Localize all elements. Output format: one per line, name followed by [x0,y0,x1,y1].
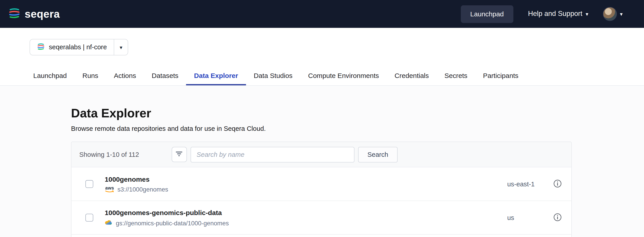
tab-participants[interactable]: Participants [475,67,526,85]
table-row[interactable]: 1000genomes aws s3://1000genomes u [72,167,571,201]
info-icon [553,179,562,189]
help-and-support-label: Help and Support [528,10,582,18]
workspace-name: seqeralabs | nf-core [49,43,107,51]
row-checkbox[interactable] [86,180,93,188]
brand-name: seqera [25,7,60,20]
filter-button[interactable] [172,147,187,162]
chevron-down-icon: ▾ [120,44,122,50]
tab-actions[interactable]: Actions [106,67,144,85]
page-subtitle: Browse remote data repositories and data… [71,125,644,133]
avatar[interactable] [603,7,617,21]
bucket-name[interactable]: 1000genomes-genomics-public-data [105,209,229,217]
seqera-logo-icon [8,7,21,21]
workspace-selector[interactable]: seqeralabs | nf-core ▾ [30,39,128,55]
table-row[interactable] [72,235,571,237]
tab-secrets[interactable]: Secrets [436,67,475,85]
gcp-icon [105,219,113,227]
launchpad-button[interactable]: Launchpad [461,5,513,23]
region-label: us-east-1 [507,180,553,188]
bucket-name[interactable]: 1000genomes [105,175,168,183]
tab-data-explorer[interactable]: Data Explorer [186,67,246,85]
info-button[interactable] [553,213,562,223]
filter-icon [175,150,183,159]
info-icon [553,213,562,223]
table-row[interactable]: 1000genomes-genomics-public-data [72,201,571,235]
bucket-uri: gs://genomics-public-data/1000-genomes [116,219,229,226]
results-count: Showing 1-10 of 112 [79,151,139,158]
data-explorer-panel: Showing 1-10 of 112 Search [71,142,572,237]
main-content: Data Explorer Browse remote data reposit… [0,86,644,237]
bucket-uri: s3://1000genomes [118,186,168,193]
tab-data-studios[interactable]: Data Studios [246,67,300,85]
chevron-down-icon: ▾ [586,11,588,16]
tab-datasets[interactable]: Datasets [144,67,186,85]
tab-runs[interactable]: Runs [75,67,106,85]
workspace-selector-row: seqeralabs | nf-core ▾ [0,28,644,55]
aws-icon: aws [105,186,114,193]
user-menu[interactable]: ▾ [603,7,623,21]
tab-compute-environments[interactable]: Compute Environments [300,67,386,85]
region-label: us [507,214,553,221]
search-button[interactable]: Search [358,147,398,162]
workspace-dropdown-toggle[interactable]: ▾ [114,39,128,55]
chevron-down-icon: ▾ [620,11,623,16]
seqera-logo[interactable]: seqera [8,7,60,21]
workspace-logo-icon [37,42,45,52]
search-input[interactable] [190,147,354,162]
row-checkbox[interactable] [86,214,93,222]
workspace-tabs: Launchpad Runs Actions Datasets Data Exp… [0,67,644,86]
page-title: Data Explorer [71,106,644,120]
help-and-support-menu[interactable]: Help and Support ▾ [528,10,588,18]
tab-launchpad[interactable]: Launchpad [26,67,75,85]
panel-toolbar: Showing 1-10 of 112 Search [72,142,571,168]
top-navbar: seqera Launchpad Help and Support ▾ ▾ [0,0,644,28]
info-button[interactable] [553,179,562,189]
tab-credentials[interactable]: Credentials [387,67,436,85]
